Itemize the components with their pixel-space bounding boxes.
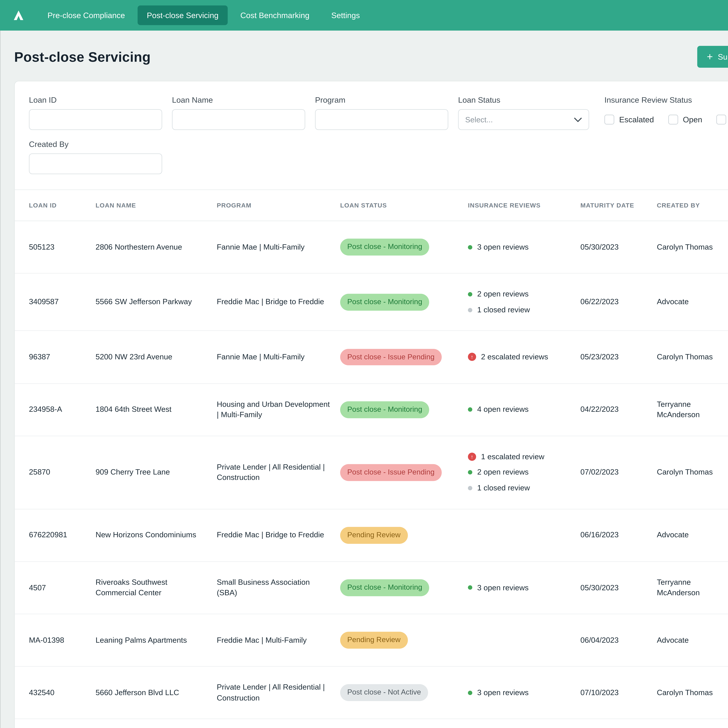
review-count-label: 3 open reviews [477, 242, 529, 252]
loan-id-cell: 676220981 [29, 530, 96, 540]
top-nav: Pre-close Compliance Post-close Servicin… [0, 0, 728, 31]
maturity-date-cell: 06/04/2023 [580, 635, 657, 645]
closed-checkbox-box[interactable] [716, 115, 726, 125]
loan-status-cell: Post close - Monitoring [340, 401, 468, 418]
insurance-review-item: 1 closed review [468, 483, 572, 493]
maturity-date-cell: 06/22/2023 [580, 297, 657, 307]
loan-id-cell: 505123 [29, 242, 96, 252]
submit-new-post-close-loan-button[interactable]: + Submit new post-close loan [697, 46, 728, 68]
loan-name-cell: Leaning Palms Apartments [95, 635, 217, 645]
column-header-maturity-date: MATURITY DATE [580, 201, 657, 210]
loan-id-input[interactable] [29, 109, 162, 130]
loan-id-cell: 234958-A [29, 404, 96, 415]
table-row[interactable]: 3409587 5566 SW Jefferson Parkway Freddi… [15, 274, 728, 331]
table-row[interactable]: 432540 5660 Jefferson Blvd LLC Private L… [15, 667, 728, 719]
insurance-reviews-cell: ↑2 escalated reviews [468, 352, 581, 362]
open-review-dot-icon [468, 407, 472, 412]
nav-tab-pre-close-compliance[interactable]: Pre-close Compliance [38, 6, 134, 25]
maturity-date-cell: 05/30/2023 [580, 582, 657, 593]
loan-status-cell: Post close - Issue Pending [340, 349, 468, 366]
escalated-checkbox[interactable]: Escalated [604, 115, 654, 125]
nav-tab-post-close-servicing[interactable]: Post-close Servicing [138, 6, 228, 25]
loan-status-field: Loan Status Select... [458, 95, 589, 130]
created-by-cell: Advocate [657, 530, 728, 540]
loan-status-pill: Post close - Monitoring [340, 294, 429, 310]
table-row[interactable]: 676220981 New Horizons Condominiums Fred… [15, 509, 728, 562]
created-by-cell: Terryanne McAnderson [657, 399, 728, 421]
nav-tab-cost-benchmarking[interactable]: Cost Benchmarking [231, 6, 319, 25]
program-cell: Fannie Mae | Multi-Family [217, 352, 340, 362]
loan-name-input[interactable] [172, 109, 305, 130]
review-count-label: 1 escalated review [481, 451, 544, 462]
closed-checkbox[interactable]: Closed [716, 115, 728, 125]
nav-tab-settings[interactable]: Settings [322, 6, 369, 25]
loan-name-field: Loan Name [172, 95, 305, 130]
filter-row-2: Created By [29, 140, 728, 174]
insurance-reviews-cell: 2 open reviews1 closed review [468, 289, 581, 315]
column-header-created-by: CREATED BY [657, 201, 728, 210]
maturity-date-cell: 07/10/2023 [580, 687, 657, 698]
insurance-reviews-cell: 3 open reviews [468, 582, 581, 593]
table-header: LOAN ID LOAN NAME PROGRAM LOAN STATUS IN… [15, 190, 728, 221]
maturity-date-cell: 05/23/2023 [580, 352, 657, 362]
created-by-cell: Terryanne McAnderson [657, 577, 728, 598]
insurance-review-item: 2 open reviews [468, 467, 572, 478]
table-row[interactable]: MA-01398 Leaning Palms Apartments Freddi… [15, 614, 728, 667]
maturity-date-cell: 06/16/2023 [580, 530, 657, 540]
insurance-review-status-field: Insurance Review Status Escalated Open [604, 95, 728, 130]
loan-status-placeholder: Select... [465, 115, 493, 124]
program-cell: Freddie Mac | Bridge to Freddie [217, 297, 340, 307]
loan-name-cell: Riveroaks Southwest Commercial Center [95, 577, 217, 598]
loan-status-pill: Post close - Monitoring [340, 579, 429, 596]
table-row[interactable]: 25870 909 Cherry Tree Lane Private Lende… [15, 436, 728, 509]
loan-status-pill: Post close - Monitoring [340, 401, 429, 418]
open-checkbox-box[interactable] [668, 115, 678, 125]
loans-card: Loan ID Loan Name Program Loan Status [14, 81, 728, 728]
loan-name-label: Loan Name [172, 95, 305, 104]
app-logo[interactable] [6, 9, 31, 21]
loan-name-cell: New Horizons Condominiums [95, 530, 217, 540]
escalated-checkbox-box[interactable] [604, 115, 614, 125]
created-by-label: Created By [29, 140, 162, 148]
created-by-cell: Carolyn Thomas [657, 687, 728, 698]
table-row[interactable]: 234958-A 1804 64th Street West Housing a… [15, 384, 728, 436]
column-header-program: PROGRAM [217, 201, 340, 210]
closed-review-dot-icon [468, 486, 472, 490]
created-by-input[interactable] [29, 153, 162, 174]
plus-icon: + [707, 51, 713, 61]
table-row[interactable]: 96387 5200 NW 23rd Avenue Fannie Mae | M… [15, 331, 728, 384]
loan-id-cell: 96387 [29, 352, 96, 362]
open-review-dot-icon [468, 470, 472, 474]
table-row[interactable]: 4507 Riveroaks Southwest Commercial Cent… [15, 562, 728, 614]
maturity-date-cell: 07/02/2023 [580, 467, 657, 478]
insurance-reviews-cell: 3 open reviews [468, 687, 581, 698]
loan-status-cell: Post close - Monitoring [340, 579, 468, 596]
loan-name-cell: 5566 SW Jefferson Parkway [95, 297, 217, 307]
loan-status-cell: Post close - Not Active [340, 684, 468, 701]
column-header-loan-name: LOAN NAME [95, 201, 217, 210]
closed-review-dot-icon [468, 307, 472, 312]
loan-status-cell: Post close - Monitoring [340, 239, 468, 255]
loan-status-pill: Pending Review [340, 632, 408, 648]
insurance-reviews-cell: ↑1 escalated review2 open reviews1 close… [468, 451, 581, 493]
open-review-dot-icon [468, 586, 472, 590]
program-input[interactable] [315, 109, 448, 130]
created-by-cell: Carolyn Thomas [657, 352, 728, 362]
table-row[interactable]: 505123 2806 Northestern Avenue Fannie Ma… [15, 221, 728, 274]
open-review-dot-icon [468, 691, 472, 695]
open-checkbox-label: Open [683, 115, 702, 124]
review-count-label: 2 escalated reviews [481, 352, 548, 362]
loan-id-cell: 25870 [29, 467, 96, 478]
insurance-review-checkboxes: Escalated Open Closed [604, 109, 728, 130]
loan-status-cell: Post close - Issue Pending [340, 464, 468, 481]
loan-status-select[interactable]: Select... [458, 109, 589, 130]
submit-button-label: Submit new post-close loan [718, 52, 728, 61]
loan-status-pill: Post close - Issue Pending [340, 464, 442, 481]
open-checkbox[interactable]: Open [668, 115, 702, 125]
program-cell: Private Lender | All Residential | Const… [217, 682, 340, 704]
insurance-review-status-label: Insurance Review Status [604, 95, 728, 104]
column-header-loan-status: LOAN STATUS [340, 201, 468, 210]
insurance-review-item: 3 open reviews [468, 582, 572, 593]
loan-id-cell: 3409587 [29, 297, 96, 307]
table-row[interactable]: 33542 2309 Firestone Ave Fannie Mae | Mu… [15, 719, 728, 728]
